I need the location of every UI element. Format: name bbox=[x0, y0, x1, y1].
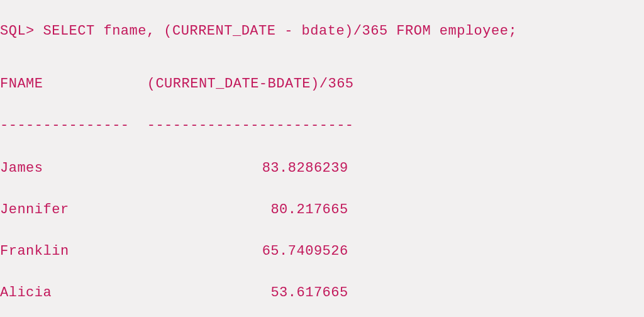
sql-prompt: SQL> bbox=[0, 23, 35, 39]
cell-fname: James bbox=[0, 158, 138, 179]
table-row: Jennifer 80.217665 bbox=[0, 199, 644, 220]
header-fname: FNAME bbox=[0, 74, 138, 94]
cell-fname: Franklin bbox=[0, 241, 138, 262]
divider-col2: ------------------------ bbox=[147, 115, 348, 136]
result-header: FNAME (CURRENT_DATE-BDATE)/365 bbox=[0, 74, 644, 94]
sql-prompt-line: SQL> SELECT fname, (CURRENT_DATE - bdate… bbox=[0, 21, 644, 42]
cell-fname: Jennifer bbox=[0, 199, 138, 220]
header-calc: (CURRENT_DATE-BDATE)/365 bbox=[147, 74, 348, 94]
cell-value: 65.7409526 bbox=[147, 241, 348, 262]
cell-value: 83.8286239 bbox=[147, 158, 348, 179]
cell-fname: Alicia bbox=[0, 282, 138, 303]
table-row: James 83.8286239 bbox=[0, 158, 644, 179]
table-row: Franklin 65.7409526 bbox=[0, 241, 644, 262]
table-row: Alicia 53.617665 bbox=[0, 282, 644, 303]
result-divider: --------------- ------------------------ bbox=[0, 115, 644, 136]
divider-col1: --------------- bbox=[0, 115, 138, 136]
cell-value: 53.617665 bbox=[147, 282, 348, 303]
sql-terminal: SQL> SELECT fname, (CURRENT_DATE - bdate… bbox=[0, 0, 644, 317]
cell-value: 80.217665 bbox=[147, 199, 348, 220]
sql-query: SELECT fname, (CURRENT_DATE - bdate)/365… bbox=[43, 23, 518, 39]
